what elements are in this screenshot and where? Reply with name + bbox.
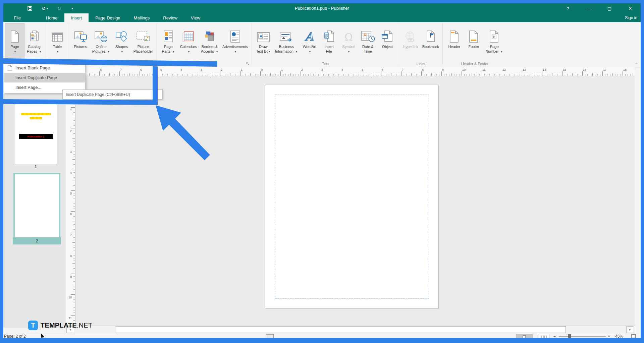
- page-button[interactable]: Page▼: [5, 23, 24, 61]
- title-bar: ↺▾ ↻ ▾ Publication1.pub - Publisher ? — …: [3, 3, 641, 13]
- blank-page-icon: [4, 65, 15, 71]
- horizontal-scrollbar[interactable]: ◄ ►: [66, 325, 635, 333]
- pictures-button[interactable]: Pictures: [71, 23, 90, 61]
- ribbon-button-label: Header: [448, 44, 460, 49]
- ribbon-button-label: Date &Time: [362, 44, 374, 54]
- help-button[interactable]: ?: [557, 3, 578, 13]
- zoom-in-icon[interactable]: +: [608, 334, 610, 338]
- ribbon-button-label: BusinessInformation ▼: [275, 44, 298, 54]
- scroll-right-icon[interactable]: ►: [626, 326, 634, 333]
- close-button[interactable]: ✕: [620, 3, 641, 13]
- catalog-pages-button[interactable]: CatalogPages ▼: [24, 23, 44, 61]
- tab-review[interactable]: Review: [156, 13, 184, 22]
- zoom-slider-thumb[interactable]: [568, 334, 571, 338]
- bookmark-icon: [425, 24, 436, 43]
- shapes-button[interactable]: Shapes▼: [112, 23, 131, 61]
- publisher-window: { "window": { "title": "Publication1.pub…: [0, 0, 644, 343]
- watermark-brand: TEMPLATE: [41, 322, 77, 329]
- ribbon-group-label: Links: [399, 61, 442, 67]
- calendars-button[interactable]: Calendars▼: [178, 23, 199, 61]
- zoom-slider[interactable]: [559, 336, 606, 337]
- page-thumbnail-1[interactable]: Publication 1: [15, 104, 57, 164]
- h-ruler-number: 1: [281, 68, 283, 71]
- ribbon-group-label: Building Blocks: [157, 61, 251, 67]
- wordart-button[interactable]: AWordArt▼: [300, 23, 319, 61]
- bookmark-button[interactable]: Bookmark: [420, 23, 441, 61]
- h-ruler-number: 13: [523, 68, 526, 71]
- ribbon-button-label: Advertisements▼: [222, 44, 248, 54]
- menu-item-label: Insert Page...: [15, 85, 41, 90]
- page-number-button[interactable]: #PageNumber ▼: [483, 23, 505, 61]
- advertisements-button[interactable]: Advertisements▼: [220, 23, 250, 61]
- borders-accents-icon: [203, 24, 216, 43]
- two-page-view-button[interactable]: [539, 334, 549, 338]
- ribbon-group-pages: Page▼CatalogPages ▼: [4, 22, 45, 67]
- group-divider: [46, 23, 46, 65]
- tab-file[interactable]: File: [7, 13, 27, 22]
- publication-page[interactable]: [265, 85, 439, 308]
- restore-button[interactable]: ▢: [599, 3, 620, 13]
- h-ruler-number: 17: [603, 68, 606, 71]
- collapse-ribbon-icon[interactable]: ⌃: [635, 62, 638, 66]
- svg-text:A: A: [305, 30, 314, 43]
- template-net-watermark: T TEMPLATE.NET: [28, 321, 92, 330]
- business-information-icon: [279, 24, 293, 43]
- ribbon-button-label: InsertFile: [324, 44, 334, 54]
- ribbon-group-text: ADrawText BoxBusinessInformation ▼AWordA…: [252, 22, 398, 67]
- tab-insert[interactable]: Insert: [64, 13, 89, 22]
- ribbon-button-label: Calendars▼: [180, 44, 197, 54]
- business-information-button[interactable]: BusinessInformation ▼: [273, 23, 300, 61]
- h-ruler-number: 10: [462, 68, 466, 71]
- menu-item-insert-blank-page[interactable]: Insert Blank Page: [4, 63, 85, 73]
- group-divider: [442, 23, 443, 65]
- online-pictures-button[interactable]: OnlinePictures ▼: [90, 23, 112, 61]
- h-ruler-number: 2: [221, 68, 222, 71]
- object-icon: [381, 24, 393, 43]
- footer-button[interactable]: Footer: [464, 23, 483, 61]
- sign-in-link[interactable]: Sign in: [625, 13, 641, 22]
- dialog-launcher-icon[interactable]: [246, 62, 250, 66]
- fit-page-icon[interactable]: [631, 334, 636, 338]
- page-parts-button[interactable]: PageParts ▼: [159, 23, 178, 61]
- insert-file-button[interactable]: InsertFile: [319, 23, 339, 61]
- minimize-button[interactable]: —: [578, 3, 599, 13]
- h-ruler-number: 12: [502, 68, 506, 71]
- v-ruler-number: 5: [70, 192, 72, 195]
- group-divider: [399, 23, 399, 65]
- table-button[interactable]: Table▼: [48, 23, 67, 61]
- ribbon-button-label: Object: [382, 44, 393, 49]
- date-time-button[interactable]: Date &Time: [358, 23, 378, 61]
- v-ruler-number: 2: [70, 129, 72, 133]
- tab-view[interactable]: View: [184, 13, 207, 22]
- h-ruler-number: 14: [543, 68, 546, 71]
- draw-text-box-button[interactable]: ADrawText Box: [254, 23, 273, 61]
- scrollbar-thumb[interactable]: [116, 326, 566, 333]
- page-thumbnail-2[interactable]: [13, 173, 60, 239]
- header-button[interactable]: Header: [444, 23, 464, 61]
- menu-item-insert-duplicate-page[interactable]: Insert Duplicate Page: [4, 73, 85, 82]
- tab-page-design[interactable]: Page Design: [89, 13, 127, 22]
- pictures-icon: [74, 24, 87, 43]
- h-ruler-number: 11: [482, 68, 485, 71]
- hyperlink-button[interactable]: Hyperlink: [401, 23, 420, 61]
- ribbon-button-label: Bookmark: [422, 44, 439, 49]
- picture-placeholder-button[interactable]: PicturePlaceholder: [131, 23, 155, 61]
- tab-mailings[interactable]: Mailings: [127, 13, 157, 22]
- ribbon-button-label: OnlinePictures ▼: [92, 44, 110, 54]
- group-divider: [252, 23, 252, 65]
- borders-accents-button[interactable]: Borders &Accents ▼: [199, 23, 220, 61]
- v-ruler-number: 9: [70, 275, 72, 278]
- thumb1-yellow-text-line: [21, 113, 51, 115]
- h-ruler-number: 1: [241, 68, 243, 71]
- svg-text:#: #: [493, 35, 495, 39]
- v-ruler-number: 6: [70, 213, 72, 216]
- h-ruler-number: 18: [623, 68, 627, 71]
- zoom-out-icon[interactable]: −: [553, 334, 556, 338]
- v-ruler-number: 3: [70, 150, 72, 154]
- h-ruler-number: 0: [261, 68, 263, 71]
- single-page-view-button[interactable]: [516, 334, 533, 338]
- tab-home[interactable]: Home: [39, 13, 64, 22]
- date-time-icon: [361, 24, 375, 43]
- symbol-button[interactable]: ΩSymbol▼: [339, 23, 358, 61]
- object-button[interactable]: Object: [378, 23, 397, 61]
